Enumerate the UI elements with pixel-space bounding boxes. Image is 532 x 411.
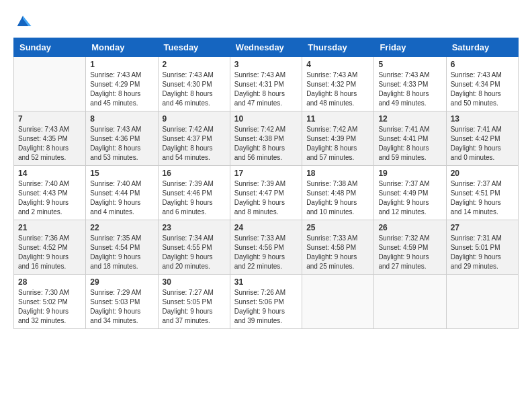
day-info: Sunrise: 7:43 AM Sunset: 4:33 PM Dayligh…: [378, 71, 441, 108]
header: [13, 12, 519, 31]
calendar-header-cell: Sunday: [14, 38, 86, 57]
day-info: Sunrise: 7:41 AM Sunset: 4:41 PM Dayligh…: [378, 125, 441, 163]
day-info: Sunrise: 7:36 AM Sunset: 4:52 PM Dayligh…: [18, 234, 81, 271]
calendar-cell: 21Sunrise: 7:36 AM Sunset: 4:52 PM Dayli…: [14, 220, 86, 275]
calendar-week-row: 21Sunrise: 7:36 AM Sunset: 4:52 PM Dayli…: [14, 220, 519, 275]
calendar-cell: 6Sunrise: 7:43 AM Sunset: 4:34 PM Daylig…: [446, 57, 518, 111]
day-number: 23: [163, 223, 226, 232]
day-info: Sunrise: 7:42 AM Sunset: 4:37 PM Dayligh…: [163, 125, 226, 163]
day-info: Sunrise: 7:43 AM Sunset: 4:29 PM Dayligh…: [90, 71, 153, 108]
calendar-cell: [374, 275, 446, 329]
day-info: Sunrise: 7:43 AM Sunset: 4:35 PM Dayligh…: [18, 125, 81, 163]
calendar-cell: 31Sunrise: 7:26 AM Sunset: 5:06 PM Dayli…: [230, 275, 302, 329]
calendar-cell: 13Sunrise: 7:41 AM Sunset: 4:42 PM Dayli…: [446, 111, 518, 166]
logo: [13, 12, 35, 31]
day-number: 24: [234, 223, 298, 232]
calendar-header-cell: Friday: [374, 38, 446, 57]
day-info: Sunrise: 7:40 AM Sunset: 4:43 PM Dayligh…: [18, 179, 81, 217]
calendar-header-cell: Thursday: [302, 38, 374, 57]
day-info: Sunrise: 7:43 AM Sunset: 4:30 PM Dayligh…: [163, 71, 226, 108]
day-number: 19: [378, 169, 441, 178]
day-info: Sunrise: 7:33 AM Sunset: 4:56 PM Dayligh…: [234, 234, 298, 271]
day-number: 22: [90, 223, 153, 232]
day-info: Sunrise: 7:34 AM Sunset: 4:55 PM Dayligh…: [163, 234, 226, 271]
calendar-cell: 16Sunrise: 7:39 AM Sunset: 4:46 PM Dayli…: [158, 166, 230, 220]
day-number: 16: [163, 169, 226, 178]
calendar-cell: 11Sunrise: 7:42 AM Sunset: 4:39 PM Dayli…: [302, 111, 374, 166]
calendar-cell: 18Sunrise: 7:38 AM Sunset: 4:48 PM Dayli…: [302, 166, 374, 220]
day-number: 5: [378, 60, 441, 69]
day-number: 4: [306, 60, 369, 69]
calendar-cell: 2Sunrise: 7:43 AM Sunset: 4:30 PM Daylig…: [158, 57, 230, 111]
calendar-cell: 28Sunrise: 7:30 AM Sunset: 5:02 PM Dayli…: [14, 275, 86, 329]
day-number: 8: [90, 114, 153, 124]
day-number: 21: [18, 223, 81, 232]
calendar-cell: 1Sunrise: 7:43 AM Sunset: 4:29 PM Daylig…: [86, 57, 158, 111]
page: SundayMondayTuesdayWednesdayThursdayFrid…: [0, 0, 532, 411]
day-number: 3: [234, 60, 298, 69]
day-number: 28: [18, 277, 81, 287]
day-number: 14: [18, 169, 81, 178]
calendar-table: SundayMondayTuesdayWednesdayThursdayFrid…: [13, 38, 519, 329]
calendar-cell: 8Sunrise: 7:43 AM Sunset: 4:36 PM Daylig…: [86, 111, 158, 166]
calendar-cell: 25Sunrise: 7:33 AM Sunset: 4:58 PM Dayli…: [302, 220, 374, 275]
calendar-week-row: 1Sunrise: 7:43 AM Sunset: 4:29 PM Daylig…: [14, 57, 519, 111]
day-info: Sunrise: 7:42 AM Sunset: 4:38 PM Dayligh…: [234, 125, 298, 163]
calendar-cell: 29Sunrise: 7:29 AM Sunset: 5:03 PM Dayli…: [86, 275, 158, 329]
day-info: Sunrise: 7:37 AM Sunset: 4:51 PM Dayligh…: [451, 179, 514, 217]
day-number: 20: [451, 169, 514, 178]
day-info: Sunrise: 7:27 AM Sunset: 5:05 PM Dayligh…: [163, 288, 226, 326]
calendar-cell: 5Sunrise: 7:43 AM Sunset: 4:33 PM Daylig…: [374, 57, 446, 111]
calendar-cell: 19Sunrise: 7:37 AM Sunset: 4:49 PM Dayli…: [374, 166, 446, 220]
calendar-cell: 30Sunrise: 7:27 AM Sunset: 5:05 PM Dayli…: [158, 275, 230, 329]
day-info: Sunrise: 7:43 AM Sunset: 4:32 PM Dayligh…: [306, 71, 369, 108]
day-number: 13: [451, 114, 514, 124]
day-info: Sunrise: 7:30 AM Sunset: 5:02 PM Dayligh…: [18, 288, 81, 326]
calendar-week-row: 7Sunrise: 7:43 AM Sunset: 4:35 PM Daylig…: [14, 111, 519, 166]
day-number: 10: [234, 114, 298, 124]
calendar-cell: 3Sunrise: 7:43 AM Sunset: 4:31 PM Daylig…: [230, 57, 302, 111]
day-info: Sunrise: 7:41 AM Sunset: 4:42 PM Dayligh…: [451, 125, 514, 163]
calendar-cell: 7Sunrise: 7:43 AM Sunset: 4:35 PM Daylig…: [14, 111, 86, 166]
day-number: 27: [451, 223, 514, 232]
day-number: 26: [378, 223, 441, 232]
day-number: 31: [234, 277, 298, 287]
calendar-cell: 20Sunrise: 7:37 AM Sunset: 4:51 PM Dayli…: [446, 166, 518, 220]
calendar-cell: 15Sunrise: 7:40 AM Sunset: 4:44 PM Dayli…: [86, 166, 158, 220]
calendar-cell: 4Sunrise: 7:43 AM Sunset: 4:32 PM Daylig…: [302, 57, 374, 111]
day-number: 30: [163, 277, 226, 287]
day-info: Sunrise: 7:43 AM Sunset: 4:36 PM Dayligh…: [90, 125, 153, 163]
calendar-cell: [446, 275, 518, 329]
day-number: 15: [90, 169, 153, 178]
logo-icon: [13, 12, 32, 31]
day-number: 11: [306, 114, 369, 124]
calendar-cell: 27Sunrise: 7:31 AM Sunset: 5:01 PM Dayli…: [446, 220, 518, 275]
day-number: 2: [163, 60, 226, 69]
calendar-header-cell: Wednesday: [230, 38, 302, 57]
calendar-week-row: 28Sunrise: 7:30 AM Sunset: 5:02 PM Dayli…: [14, 275, 519, 329]
day-number: 6: [451, 60, 514, 69]
calendar-header-cell: Tuesday: [158, 38, 230, 57]
day-info: Sunrise: 7:39 AM Sunset: 4:46 PM Dayligh…: [163, 179, 226, 217]
day-info: Sunrise: 7:43 AM Sunset: 4:34 PM Dayligh…: [451, 71, 514, 108]
day-info: Sunrise: 7:33 AM Sunset: 4:58 PM Dayligh…: [306, 234, 369, 271]
day-info: Sunrise: 7:38 AM Sunset: 4:48 PM Dayligh…: [306, 179, 369, 217]
calendar-week-row: 14Sunrise: 7:40 AM Sunset: 4:43 PM Dayli…: [14, 166, 519, 220]
day-info: Sunrise: 7:31 AM Sunset: 5:01 PM Dayligh…: [451, 234, 514, 271]
calendar-body: 1Sunrise: 7:43 AM Sunset: 4:29 PM Daylig…: [14, 57, 519, 329]
day-number: 29: [90, 277, 153, 287]
calendar-cell: 23Sunrise: 7:34 AM Sunset: 4:55 PM Dayli…: [158, 220, 230, 275]
day-info: Sunrise: 7:26 AM Sunset: 5:06 PM Dayligh…: [234, 288, 298, 326]
calendar-header-row: SundayMondayTuesdayWednesdayThursdayFrid…: [14, 38, 519, 57]
calendar-cell: 14Sunrise: 7:40 AM Sunset: 4:43 PM Dayli…: [14, 166, 86, 220]
calendar-cell: 9Sunrise: 7:42 AM Sunset: 4:37 PM Daylig…: [158, 111, 230, 166]
calendar-cell: 10Sunrise: 7:42 AM Sunset: 4:38 PM Dayli…: [230, 111, 302, 166]
day-number: 1: [90, 60, 153, 69]
day-info: Sunrise: 7:40 AM Sunset: 4:44 PM Dayligh…: [90, 179, 153, 217]
day-number: 12: [378, 114, 441, 124]
day-number: 18: [306, 169, 369, 178]
day-info: Sunrise: 7:37 AM Sunset: 4:49 PM Dayligh…: [378, 179, 441, 217]
day-info: Sunrise: 7:39 AM Sunset: 4:47 PM Dayligh…: [234, 179, 298, 217]
calendar-cell: 26Sunrise: 7:32 AM Sunset: 4:59 PM Dayli…: [374, 220, 446, 275]
day-number: 7: [18, 114, 81, 124]
